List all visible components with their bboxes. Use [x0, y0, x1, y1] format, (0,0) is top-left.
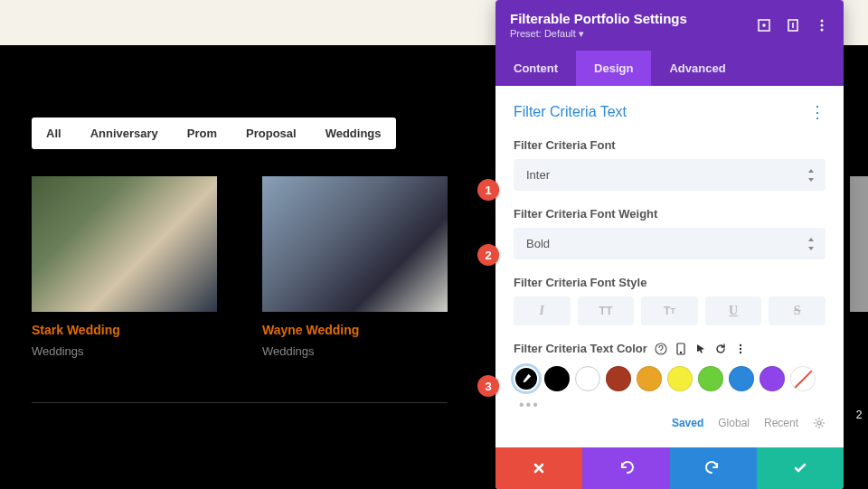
- gear-icon[interactable]: [813, 417, 826, 429]
- palette-global[interactable]: Global: [718, 417, 750, 429]
- portfolio-item[interactable]: Stark Wedding Weddings: [32, 176, 217, 358]
- reset-icon[interactable]: [714, 343, 727, 355]
- panel-body: Filter Criteria Text ⋮ Filter Criteria F…: [495, 86, 844, 447]
- portfolio-grid: Stark Wedding Weddings Wayne Wedding Wed…: [32, 176, 448, 358]
- portfolio-category: Weddings: [32, 344, 217, 358]
- panel-header: Filterable Portfolio Settings Preset: De…: [495, 0, 844, 51]
- swatch-purple[interactable]: [760, 366, 785, 391]
- swatch-blue[interactable]: [729, 366, 754, 391]
- kebab-menu-icon[interactable]: [815, 18, 829, 33]
- confirm-button[interactable]: [757, 447, 844, 489]
- cancel-button[interactable]: [495, 447, 582, 489]
- tab-advanced[interactable]: Advanced: [651, 51, 743, 86]
- filter-tab-all[interactable]: All: [32, 118, 76, 149]
- swatch-orange[interactable]: [637, 366, 662, 391]
- filter-bar: All Anniversary Prom Proposal Weddings: [32, 118, 396, 149]
- redo-button[interactable]: [670, 447, 757, 489]
- svg-point-10: [740, 343, 741, 345]
- portfolio-item[interactable]: Wayne Wedding Weddings: [262, 176, 448, 358]
- swatch-black[interactable]: [544, 366, 570, 391]
- help-icon[interactable]: [786, 18, 800, 33]
- portfolio-title[interactable]: Stark Wedding: [32, 323, 217, 337]
- filter-tab-anniversary[interactable]: Anniversary: [76, 118, 173, 149]
- tablet-icon[interactable]: [675, 343, 687, 355]
- italic-button[interactable]: I: [514, 296, 571, 325]
- font-select[interactable]: Inter: [514, 159, 826, 191]
- panel-preset[interactable]: Preset: Default ▾: [510, 28, 687, 40]
- expand-icon[interactable]: [757, 18, 771, 33]
- more-swatches-icon[interactable]: •••: [519, 397, 826, 413]
- swatch-darkred[interactable]: [606, 366, 631, 391]
- style-label: Filter Criteria Font Style: [514, 276, 826, 289]
- underline-button[interactable]: U: [705, 296, 762, 325]
- svg-point-5: [821, 24, 824, 27]
- section-title[interactable]: Filter Criteria Text: [514, 104, 627, 120]
- svg-point-6: [821, 29, 824, 32]
- select-arrows-icon: [807, 238, 815, 250]
- swatch-white[interactable]: [575, 366, 600, 391]
- palette-saved[interactable]: Saved: [672, 417, 703, 429]
- kebab-icon[interactable]: [734, 343, 747, 355]
- callout-3: 3: [477, 375, 499, 397]
- font-label: Filter Criteria Font: [514, 138, 826, 152]
- svg-point-13: [817, 421, 821, 425]
- svg-point-9: [680, 352, 681, 353]
- portfolio-category: Weddings: [262, 344, 448, 358]
- swatch-yellow[interactable]: [667, 366, 693, 391]
- smallcaps-button[interactable]: TT: [641, 296, 698, 325]
- filter-tab-weddings[interactable]: Weddings: [311, 118, 396, 149]
- cursor-icon[interactable]: [694, 343, 707, 355]
- panel-title: Filterable Portfolio Settings: [510, 11, 687, 26]
- portfolio-image[interactable]: [32, 176, 217, 312]
- settings-panel: Filterable Portfolio Settings Preset: De…: [495, 0, 844, 489]
- undo-button[interactable]: [582, 447, 669, 489]
- panel-footer: [495, 447, 844, 489]
- callout-2: 2: [477, 244, 499, 266]
- palette-recent[interactable]: Recent: [764, 417, 798, 429]
- tab-design[interactable]: Design: [576, 51, 651, 86]
- swatch-green[interactable]: [698, 366, 723, 391]
- pagination-number[interactable]: 2: [850, 404, 868, 426]
- select-arrows-icon: [807, 169, 815, 182]
- svg-point-4: [821, 20, 824, 23]
- color-swatches: [514, 366, 826, 391]
- divider: [32, 402, 448, 403]
- svg-point-1: [763, 24, 765, 26]
- callout-1: 1: [477, 179, 499, 201]
- weight-select[interactable]: Bold: [514, 228, 826, 259]
- section-menu-icon[interactable]: ⋮: [809, 102, 826, 122]
- help-icon[interactable]: [655, 343, 667, 355]
- color-picker-button[interactable]: [514, 366, 539, 391]
- side-image-peek: [850, 176, 868, 312]
- swatch-transparent[interactable]: [790, 366, 816, 391]
- color-label: Filter Criteria Text Color: [514, 342, 647, 355]
- svg-point-11: [740, 347, 741, 349]
- font-style-buttons: I TT TT U S: [514, 296, 826, 325]
- tab-content[interactable]: Content: [495, 51, 576, 86]
- color-footer: Saved Global Recent: [514, 413, 826, 440]
- strikethrough-button[interactable]: S: [769, 296, 826, 325]
- weight-label: Filter Criteria Font Weight: [514, 207, 826, 221]
- filter-tab-prom[interactable]: Prom: [173, 118, 231, 149]
- portfolio-image[interactable]: [262, 176, 448, 312]
- portfolio-title[interactable]: Wayne Wedding: [262, 323, 448, 337]
- panel-tabs: Content Design Advanced: [495, 51, 844, 86]
- svg-point-12: [740, 351, 741, 353]
- uppercase-button[interactable]: TT: [578, 296, 635, 325]
- filter-tab-proposal[interactable]: Proposal: [231, 118, 311, 149]
